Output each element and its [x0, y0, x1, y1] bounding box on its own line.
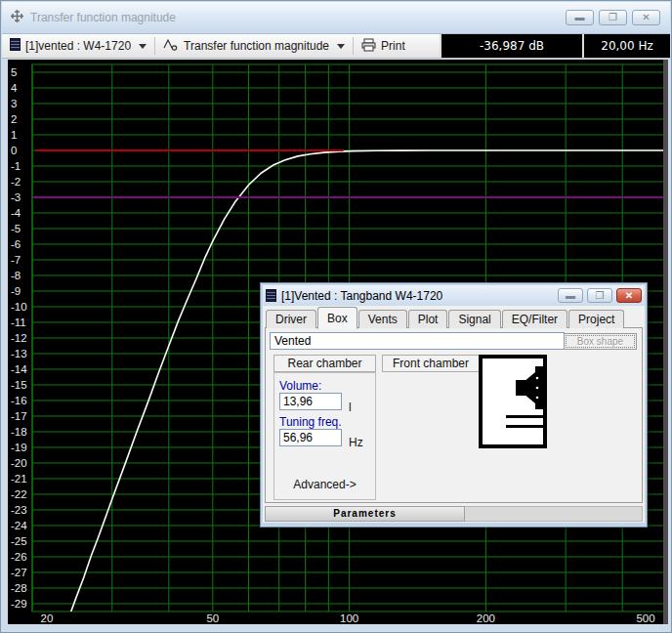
- tab-signal[interactable]: Signal: [448, 310, 500, 328]
- graph-selector[interactable]: Transfer function magnitude: [155, 34, 353, 58]
- dialog-tabstrip: DriverBoxVentsPlotSignalEQ/FilterProject: [263, 306, 645, 328]
- dialog-minimize-button[interactable]: ▬: [558, 288, 583, 303]
- svg-text:-24: -24: [11, 520, 27, 531]
- front-chamber-button[interactable]: Front chamber: [382, 355, 480, 372]
- plot-right-shadow: [663, 60, 668, 624]
- svg-text:50: 50: [206, 612, 219, 624]
- tab-eq-filter[interactable]: EQ/Filter: [502, 310, 567, 328]
- svg-text:-13: -13: [11, 348, 27, 359]
- tab-box[interactable]: Box: [317, 307, 357, 329]
- project-doc-icon: [266, 289, 276, 302]
- svg-text:-23: -23: [11, 504, 27, 516]
- rear-chamber-button[interactable]: Rear chamber: [273, 355, 376, 372]
- svg-text:200: 200: [477, 612, 495, 624]
- svg-text:20: 20: [41, 612, 54, 624]
- svg-text:2: 2: [11, 113, 17, 125]
- svg-text:4: 4: [11, 82, 18, 94]
- svg-text:-17: -17: [11, 410, 27, 422]
- svg-text:5: 5: [11, 66, 17, 78]
- svg-text:0: 0: [11, 145, 17, 156]
- svg-text:-1: -1: [11, 160, 21, 172]
- svg-text:-26: -26: [11, 551, 27, 563]
- svg-text:-2: -2: [11, 176, 21, 188]
- project-dialog[interactable]: [1]Vented : Tangband W4-1720 ▬ ❐ ✕ Drive…: [260, 282, 648, 528]
- app-window: Transfer function magnitude ▬ ❐ ✕ [1]ven…: [0, 0, 672, 633]
- tab-project[interactable]: Project: [568, 310, 624, 328]
- project-icon: [10, 38, 21, 54]
- volume-unit: l: [349, 401, 352, 414]
- tab-plot[interactable]: Plot: [408, 310, 448, 328]
- tuning-freq-unit: Hz: [349, 436, 363, 449]
- chevron-down-icon: [337, 44, 345, 49]
- svg-text:-20: -20: [11, 457, 27, 469]
- level-readout: -36,987 dB: [440, 34, 582, 58]
- svg-text:-3: -3: [11, 191, 21, 203]
- svg-text:-5: -5: [11, 223, 21, 234]
- svg-text:-16: -16: [11, 395, 27, 406]
- dialog-close-button[interactable]: ✕: [616, 288, 642, 303]
- dialog-title: [1]Vented : Tangband W4-1720: [281, 289, 442, 303]
- box-shape-button: Box shape: [564, 333, 637, 350]
- svg-text:-4: -4: [11, 207, 21, 219]
- tab-vents[interactable]: Vents: [358, 310, 407, 328]
- svg-text:-21: -21: [11, 473, 27, 485]
- parameters-dock-rest: [465, 506, 643, 522]
- advanced-button[interactable]: Advanced->: [274, 478, 375, 491]
- svg-text:1: 1: [11, 129, 17, 141]
- volume-input[interactable]: [279, 393, 342, 410]
- svg-text:-11: -11: [11, 316, 26, 328]
- rear-chamber-panel: Volume: l Tuning freq. Hz Advanced->: [273, 372, 376, 500]
- toolbar: [1]vented : W4-1720 Transfer function ma…: [2, 34, 670, 59]
- svg-text:-14: -14: [11, 363, 27, 375]
- svg-text:-25: -25: [11, 535, 27, 547]
- print-label: Print: [381, 39, 405, 53]
- svg-text:-22: -22: [11, 488, 27, 500]
- cursor-readouts: -36,987 dB 20,00 Hz: [440, 34, 670, 58]
- svg-text:500: 500: [636, 612, 654, 624]
- pan-crosshair-icon: [10, 9, 24, 27]
- print-button[interactable]: Print: [354, 34, 413, 58]
- volume-label: Volume:: [279, 379, 321, 393]
- dialog-title-bar[interactable]: [1]Vented : Tangband W4-1720 ▬ ❐ ✕: [263, 285, 645, 306]
- chevron-down-icon: [139, 44, 147, 49]
- tuning-freq-label: Tuning freq.: [279, 415, 342, 429]
- project-selector[interactable]: [1]vented : W4-1720: [2, 34, 154, 58]
- dialog-restore-button[interactable]: ❐: [587, 288, 612, 303]
- parameters-dock: Parameters: [265, 506, 643, 522]
- enclosure-drawing: [479, 355, 547, 452]
- box-type-field[interactable]: Vented: [270, 332, 565, 350]
- box-tab-page: Vented Box shape Rear chamber Front cham…: [265, 327, 643, 503]
- svg-text:-8: -8: [11, 270, 21, 281]
- svg-text:-6: -6: [11, 238, 21, 250]
- tuning-freq-input[interactable]: [279, 429, 342, 446]
- printer-icon: [361, 38, 376, 55]
- graph-selector-label: Transfer function magnitude: [184, 39, 329, 53]
- svg-text:-27: -27: [11, 567, 27, 578]
- svg-text:-7: -7: [11, 254, 21, 266]
- svg-text:-28: -28: [11, 582, 27, 594]
- svg-text:3: 3: [11, 98, 17, 109]
- frequency-readout: 20,00 Hz: [582, 34, 670, 58]
- project-selector-label: [1]vented : W4-1720: [25, 39, 131, 53]
- dialog-body: DriverBoxVentsPlotSignalEQ/FilterProject…: [263, 306, 645, 523]
- close-button[interactable]: ✕: [632, 10, 660, 25]
- svg-text:-18: -18: [11, 426, 27, 438]
- svg-text:-9: -9: [11, 285, 21, 297]
- svg-text:-12: -12: [11, 332, 27, 344]
- transfer-curve-icon: [163, 38, 179, 54]
- minimize-button[interactable]: ▬: [566, 10, 594, 25]
- svg-text:-29: -29: [11, 598, 27, 610]
- window-title: Transfer function magnitude: [30, 11, 176, 24]
- svg-text:-10: -10: [11, 301, 27, 313]
- svg-text:100: 100: [340, 612, 358, 624]
- tab-driver[interactable]: Driver: [266, 310, 316, 328]
- svg-text:-15: -15: [11, 379, 27, 391]
- svg-text:-19: -19: [11, 442, 27, 453]
- restore-button[interactable]: ❐: [599, 10, 627, 25]
- parameters-tab[interactable]: Parameters: [265, 506, 465, 522]
- title-bar: Transfer function magnitude ▬ ❐ ✕: [2, 2, 670, 34]
